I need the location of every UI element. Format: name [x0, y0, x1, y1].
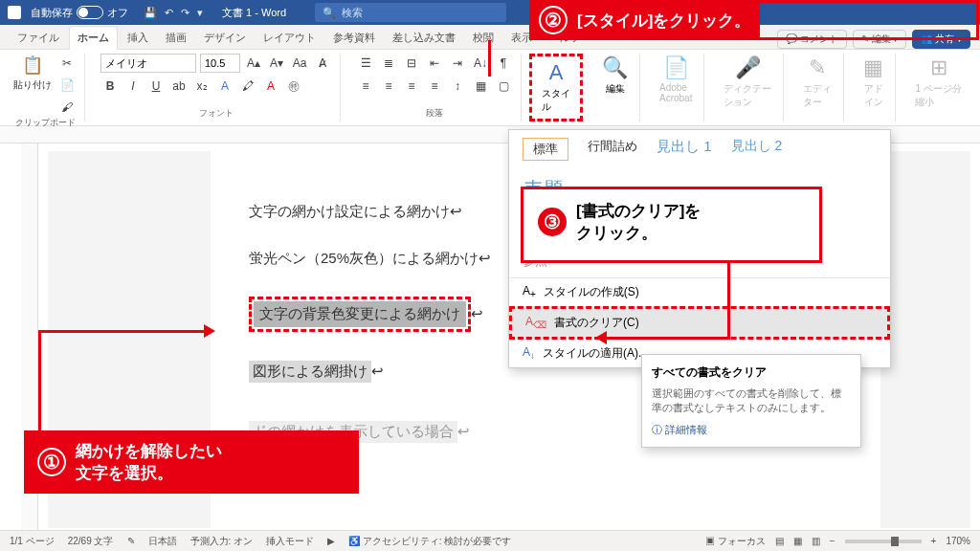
style-create-icon: A+ [523, 284, 536, 299]
bold-icon[interactable]: B [100, 77, 120, 96]
shading-icon[interactable]: ▦ [471, 77, 490, 96]
arrow-3v [727, 263, 730, 340]
page-count[interactable]: 1/1 ページ [10, 535, 55, 548]
align-center-icon[interactable]: ≡ [379, 77, 398, 96]
callout-2-text: [スタイル]をクリック。 [577, 10, 750, 32]
justify-icon[interactable]: ≡ [425, 77, 444, 96]
undo-icon[interactable]: ↶ [165, 7, 173, 19]
view-read-icon[interactable]: ▤ [775, 536, 784, 546]
paragraph-label: 段落 [356, 107, 513, 121]
spell-icon[interactable]: ✎ [127, 536, 135, 546]
style-nospacing[interactable]: 行間詰め [588, 138, 637, 161]
tab-mailings[interactable]: 差し込み文書 [385, 27, 463, 49]
autosave-label: 自動保存 [31, 6, 73, 20]
editor-button[interactable]: ✎エディ ター [799, 54, 835, 111]
group-editing: 🔍 編集 [590, 54, 640, 121]
styles-button[interactable]: A スタイ ル [538, 58, 574, 116]
clear-formatting-item[interactable]: A⌫書式のクリア(C) [509, 306, 890, 340]
arrow-2 [488, 40, 491, 77]
font-size-combo[interactable]: 10.5 [200, 54, 240, 73]
dictate-button[interactable]: 🎤ディクテー ション [720, 54, 775, 111]
zoom-level[interactable]: 170% [946, 536, 970, 546]
zoom-in-icon[interactable]: + [931, 536, 937, 546]
tab-draw[interactable]: 描画 [158, 27, 194, 49]
editing-button[interactable]: 🔍 編集 [598, 54, 632, 98]
callout-num-1: ① [37, 448, 66, 476]
subscript-icon[interactable]: x₂ [192, 77, 212, 96]
tooltip-title: すべての書式をクリア [652, 364, 851, 381]
strike-icon[interactable]: ab [169, 77, 189, 96]
view-web-icon[interactable]: ▥ [812, 536, 820, 546]
redo-icon[interactable]: ↷ [181, 7, 189, 19]
cut-icon[interactable]: ✂ [57, 54, 77, 73]
accessibility[interactable]: ♿ アクセシビリティ: 検討が必要です [348, 535, 511, 548]
word-count[interactable]: 22/69 文字 [68, 535, 114, 548]
copy-icon[interactable]: 📄 [57, 76, 77, 95]
app-icon [8, 6, 21, 19]
style-h1[interactable]: 見出し 1 [657, 138, 712, 161]
highlight-icon[interactable]: 🖍 [238, 77, 257, 96]
show-marks-icon[interactable]: ¶ [494, 54, 513, 73]
predict-input[interactable]: 予測入力: オン [190, 535, 254, 548]
zoom-slider[interactable] [845, 540, 922, 543]
sort-icon[interactable]: A↓ [471, 54, 490, 73]
enclose-icon[interactable]: ㊕ [284, 77, 303, 96]
tooltip-body: 選択範囲のすべての書式を削除して、標準の書式なしテキストのみにします。 [652, 386, 851, 415]
borders-icon[interactable]: ▢ [494, 77, 513, 96]
focus-mode[interactable]: ▣ フォーカス [705, 535, 766, 548]
line-spacing-icon[interactable]: ↕ [448, 77, 467, 96]
tooltip-link[interactable]: ⓘ 詳細情報 [652, 424, 707, 435]
search-input[interactable]: 🔍 検索 [315, 3, 506, 22]
indent-dec-icon[interactable]: ⇤ [425, 54, 444, 73]
italic-icon[interactable]: I [123, 77, 143, 96]
pdf-icon: 📄 [663, 55, 689, 80]
grow-font-icon[interactable]: A▴ [244, 54, 263, 73]
text-effects-icon[interactable]: A [215, 77, 234, 96]
paste-button[interactable]: 📋 貼り付け [13, 54, 52, 92]
multilevel-icon[interactable]: ⊟ [402, 54, 421, 73]
change-case-icon[interactable]: Aa [290, 54, 309, 73]
language[interactable]: 日本語 [148, 535, 177, 548]
onepage-button[interactable]: ⊞1 ページ分 縮小 [911, 54, 965, 111]
tab-review[interactable]: 校閲 [465, 27, 501, 49]
tab-home[interactable]: ホーム [69, 26, 118, 50]
numbering-icon[interactable]: ≣ [379, 54, 398, 73]
group-dictate: 🎤ディクテー ション [712, 54, 784, 121]
zoom-out-icon[interactable]: − [830, 536, 835, 546]
indent-inc-icon[interactable]: ⇥ [448, 54, 467, 73]
save-icon[interactable]: 💾 [144, 7, 157, 19]
callout-num-3: ③ [538, 208, 567, 236]
font-color-icon[interactable]: A [261, 77, 280, 96]
tab-design[interactable]: デザイン [196, 27, 254, 49]
qat-dropdown-icon[interactable]: ▾ [197, 7, 203, 19]
bullets-icon[interactable]: ☰ [356, 54, 375, 73]
macro-icon[interactable]: ▶ [327, 536, 335, 546]
font-family-combo[interactable]: メイリオ [100, 54, 196, 73]
tab-insert[interactable]: 挿入 [120, 27, 156, 49]
tab-references[interactable]: 参考資料 [325, 27, 383, 49]
adobe-button[interactable]: 📄Adobe Acrobat [656, 54, 696, 105]
callout-3-text: [書式のクリア]を クリック。 [576, 200, 701, 244]
addin-button[interactable]: ▦アド イン [859, 54, 887, 111]
insert-mode[interactable]: 挿入モード [266, 535, 314, 548]
tab-layout[interactable]: レイアウト [256, 27, 323, 49]
format-painter-icon[interactable]: 🖌 [57, 98, 77, 117]
style-normal[interactable]: 標準 [523, 138, 568, 161]
callout-num-2: ② [539, 6, 568, 34]
view-print-icon[interactable]: ▦ [793, 536, 802, 546]
tab-file[interactable]: ファイル [10, 27, 67, 49]
create-style-item[interactable]: A+スタイルの作成(S) [509, 278, 890, 306]
find-icon: 🔍 [602, 55, 628, 80]
shrink-font-icon[interactable]: A▾ [267, 54, 286, 73]
callout-1-text: 網かけを解除したい 文字を選択。 [76, 440, 222, 484]
underline-icon[interactable]: U [146, 77, 166, 96]
search-placeholder: 検索 [342, 6, 363, 20]
style-h2[interactable]: 見出し 2 [731, 138, 783, 161]
autosave-toggle[interactable]: 自動保存 オフ [31, 6, 128, 20]
align-right-icon[interactable]: ≡ [402, 77, 421, 96]
align-left-icon[interactable]: ≡ [356, 77, 375, 96]
editor-icon: ✎ [809, 55, 826, 80]
search-icon: 🔍 [323, 7, 336, 19]
gallery-row: 標準 行間詰め 見出し 1 見出し 2 [509, 130, 890, 168]
clear-format-icon[interactable]: A̷ [313, 54, 332, 73]
